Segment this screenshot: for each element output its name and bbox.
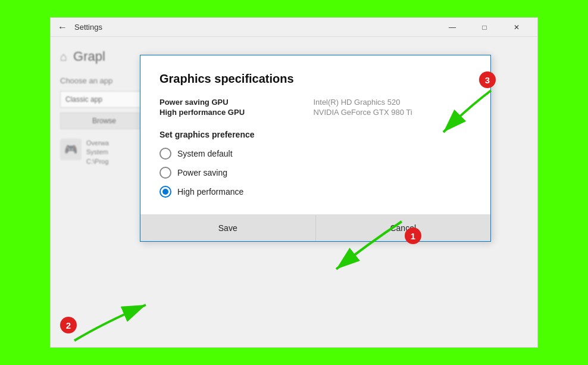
- radio-group: System default Power saving High perform…: [159, 148, 471, 198]
- cancel-button[interactable]: Cancel: [316, 215, 491, 241]
- graphics-dialog: Graphics specifications Power saving GPU…: [140, 55, 491, 242]
- titlebar: ← Settings — □ ✕: [51, 18, 537, 37]
- save-button[interactable]: Save: [140, 215, 316, 241]
- dialog-buttons: Save Cancel: [140, 214, 490, 241]
- set-graphics-pref-label: Set graphics preference: [159, 130, 471, 139]
- radio-high-performance[interactable]: High performance: [159, 186, 471, 198]
- close-button[interactable]: ✕: [503, 18, 530, 37]
- content-area: ⌂ Grapl Choose an app Classic app Browse…: [51, 37, 537, 347]
- radio-circle-power-saving[interactable]: [159, 167, 171, 179]
- settings-window: ← Settings — □ ✕ ⌂ Grapl Choose an app C…: [50, 17, 538, 348]
- dialog-title: Graphics specifications: [159, 72, 471, 86]
- radio-power-saving[interactable]: Power saving: [159, 167, 471, 179]
- high-perf-gpu-value: NVIDIA GeForce GTX 980 Ti: [313, 108, 471, 117]
- radio-dot-high-performance: [162, 189, 168, 195]
- radio-system-default[interactable]: System default: [159, 148, 471, 160]
- high-perf-gpu-label: High performance GPU: [159, 108, 304, 117]
- radio-circle-high-performance[interactable]: [159, 186, 171, 198]
- power-saving-gpu-value: Intel(R) HD Graphics 520: [313, 98, 471, 107]
- radio-label-system-default: System default: [177, 149, 233, 158]
- back-button[interactable]: ←: [58, 22, 67, 33]
- window-title: Settings: [74, 23, 102, 32]
- radio-label-power-saving: Power saving: [177, 168, 227, 177]
- radio-label-high-performance: High performance: [177, 187, 243, 196]
- radio-circle-system-default[interactable]: [159, 148, 171, 160]
- maximize-button[interactable]: □: [471, 18, 498, 37]
- window-controls: — □ ✕: [439, 18, 530, 37]
- minimize-button[interactable]: —: [439, 18, 466, 37]
- gpu-specs: Power saving GPU Intel(R) HD Graphics 52…: [159, 98, 471, 117]
- dialog-overlay: Graphics specifications Power saving GPU…: [51, 37, 537, 347]
- power-saving-gpu-label: Power saving GPU: [159, 98, 304, 107]
